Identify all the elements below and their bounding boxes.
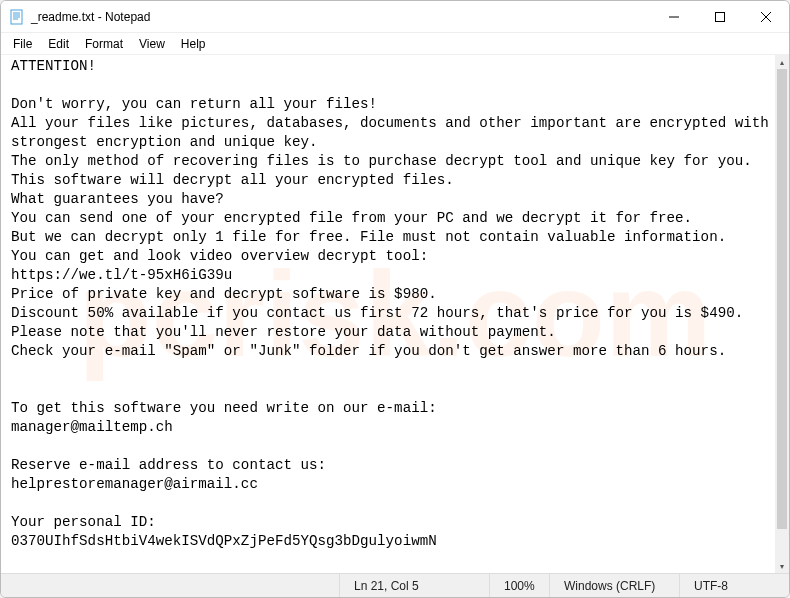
notepad-icon	[9, 9, 25, 25]
status-cursor-position: Ln 21, Col 5	[339, 574, 489, 597]
editor-area: pcrisk.com ATTENTION! Don't worry, you c…	[1, 55, 789, 573]
svg-rect-6	[716, 12, 725, 21]
statusbar: Ln 21, Col 5 100% Windows (CRLF) UTF-8	[1, 573, 789, 597]
notepad-window: _readme.txt - Notepad File Edit Format V…	[0, 0, 790, 598]
close-button[interactable]	[743, 1, 789, 32]
menu-edit[interactable]: Edit	[40, 35, 77, 53]
vertical-scrollbar[interactable]: ▴ ▾	[775, 55, 789, 573]
menu-file[interactable]: File	[5, 35, 40, 53]
status-zoom: 100%	[489, 574, 549, 597]
text-editor[interactable]: ATTENTION! Don't worry, you can return a…	[1, 55, 775, 573]
scroll-down-arrow-icon[interactable]: ▾	[775, 559, 789, 573]
window-title: _readme.txt - Notepad	[31, 10, 651, 24]
titlebar: _readme.txt - Notepad	[1, 1, 789, 33]
menubar: File Edit Format View Help	[1, 33, 789, 55]
menu-format[interactable]: Format	[77, 35, 131, 53]
scroll-up-arrow-icon[interactable]: ▴	[775, 55, 789, 69]
maximize-button[interactable]	[697, 1, 743, 32]
scrollbar-thumb[interactable]	[777, 69, 787, 529]
window-controls	[651, 1, 789, 32]
minimize-button[interactable]	[651, 1, 697, 32]
menu-view[interactable]: View	[131, 35, 173, 53]
menu-help[interactable]: Help	[173, 35, 214, 53]
status-encoding: UTF-8	[679, 574, 789, 597]
status-line-ending: Windows (CRLF)	[549, 574, 679, 597]
